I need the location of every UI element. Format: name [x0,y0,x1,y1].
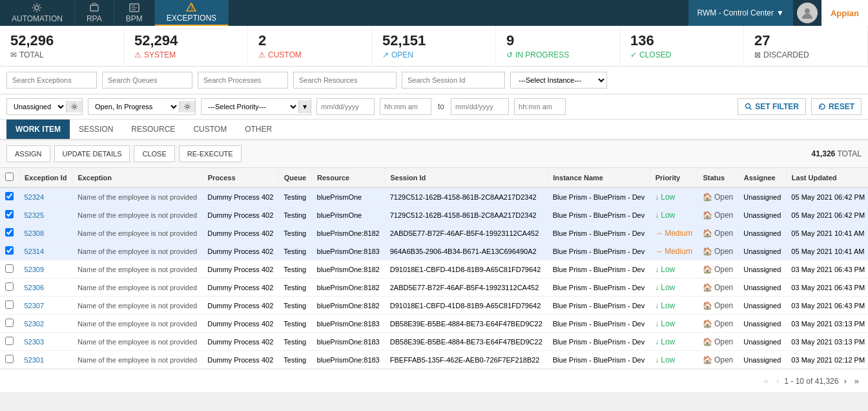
priority-label: Low [661,265,675,274]
close-button[interactable]: CLOSE [134,145,174,162]
status-gear-btn[interactable] [179,101,195,112]
update-details-button[interactable]: UPDATE DETAILS [54,145,130,162]
row-checkbox[interactable] [5,192,14,200]
row-checkbox[interactable] [5,282,14,291]
row-checkbox[interactable] [5,319,14,327]
row-checkbox[interactable] [5,228,14,237]
last-page-button[interactable]: » [852,375,862,387]
status-label: Open [714,193,733,202]
time-from-input[interactable] [380,98,431,115]
tab-work-item[interactable]: WORK ITEM [6,120,70,139]
row-checkbox-cell[interactable] [0,206,19,224]
exception-id-cell[interactable]: 52302 [19,315,72,333]
queue-cell: Testing [278,187,311,206]
status-dropdown[interactable]: Open, In Progress [88,99,179,114]
updated-cell: 05 May 2021 06:42 PM [786,206,868,224]
status-label: Open [714,247,733,256]
nav-rpa[interactable]: RPA [75,0,114,26]
search-session-input[interactable] [402,72,505,89]
svg-point-8 [746,104,750,109]
process-cell: Dummy Process 402 [202,224,278,242]
tab-session[interactable]: SESSION [70,120,122,139]
first-page-button[interactable]: « [761,375,771,387]
status-cell: 🏠 Open [698,187,738,206]
priority-icon: → [655,229,663,238]
assignment-dropdown[interactable]: Unassigned [7,99,66,114]
select-all-header[interactable] [0,168,19,187]
row-checkbox-cell[interactable] [0,224,19,242]
date-from-input[interactable] [316,98,375,115]
reset-button[interactable]: RESET [811,98,862,115]
priority-cell: → Medium [650,242,698,260]
tab-resource[interactable]: RESOURCE [122,120,184,139]
priority-cell: ↓ Low [650,279,698,297]
stat-total: 52,296 ✉ TOTAL [0,26,124,66]
time-to-input[interactable] [514,98,566,115]
priority-dropdown[interactable]: ---Select Priority--- [202,99,298,114]
row-checkbox-cell[interactable] [0,315,19,333]
row-checkbox-cell[interactable] [0,242,19,260]
instance-cell: Blue Prism - BluePrism - Dev [548,242,650,260]
prev-page-button[interactable]: ‹ [774,375,781,387]
control-center[interactable]: RWM - Control Center ▼ [688,0,793,26]
tab-other[interactable]: OTHER [236,120,281,139]
nav-bpm[interactable]: BPM [114,0,155,26]
instance-cell: Blue Prism - BluePrism - Dev [548,297,650,315]
search-queues-input[interactable] [102,72,192,89]
row-checkbox[interactable] [5,355,14,363]
assignee-cell: Unassigned [738,224,786,242]
col-queue: Queue [278,168,311,187]
table-row: 52303 Name of the employee is not provid… [0,333,868,351]
exception-id-cell[interactable]: 52303 [19,333,72,351]
priority-label: Low [661,355,675,364]
pagination-info: 1 - 10 of 41,326 [784,377,838,386]
priority-label: Low [661,211,675,220]
select-all-checkbox[interactable] [5,173,14,181]
tab-custom[interactable]: CUSTOM [184,120,236,139]
assignee-cell: Unassigned [738,187,786,206]
row-checkbox-cell[interactable] [0,187,19,206]
row-checkbox[interactable] [5,300,14,309]
date-to-input[interactable] [451,98,509,115]
assignment-gear-btn[interactable] [66,101,82,112]
updated-cell: 03 May 2021 06:43 PM [786,260,868,279]
exception-id-cell[interactable]: 52325 [19,206,72,224]
row-checkbox[interactable] [5,210,14,218]
row-checkbox-cell[interactable] [0,297,19,315]
exception-desc-cell: Name of the employee is not provided [72,242,202,260]
assign-button[interactable]: ASSIGN [6,145,50,162]
exception-desc-cell: Name of the employee is not provided [72,224,202,242]
exception-id-cell[interactable]: 52324 [19,187,72,206]
col-instance: Instance Name [548,168,650,187]
row-checkbox-cell[interactable] [0,351,19,369]
exception-id-cell[interactable]: 52301 [19,351,72,369]
row-checkbox-cell[interactable] [0,333,19,351]
col-process: Process [202,168,278,187]
row-checkbox[interactable] [5,246,14,255]
exception-id-cell[interactable]: 52306 [19,279,72,297]
select-instance-dropdown[interactable]: ---Select Instance--- [510,72,607,89]
row-checkbox-cell[interactable] [0,260,19,279]
row-checkbox-cell[interactable] [0,279,19,297]
updated-cell: 05 May 2021 06:42 PM [786,187,868,206]
user-avatar[interactable] [797,3,818,23]
row-checkbox[interactable] [5,337,14,345]
set-filter-button[interactable]: SET FILTER [738,98,806,115]
nav-exceptions[interactable]: ! EXCEPTIONS [155,0,229,26]
row-checkbox[interactable] [5,264,14,273]
search-processes-input[interactable] [198,72,288,89]
priority-dropdown-arrow[interactable]: ▾ [298,100,311,113]
exception-id-cell[interactable]: 52307 [19,297,72,315]
status-label: Open [714,337,733,346]
next-page-button[interactable]: › [841,375,849,387]
re-execute-button[interactable]: RE-EXECUTE [179,145,242,162]
status-icon: 🏠 [703,247,712,256]
exception-id-cell[interactable]: 52308 [19,224,72,242]
nav-automation[interactable]: AUTOMATION [0,0,75,26]
exception-id-cell[interactable]: 52309 [19,260,72,279]
exception-id-cell[interactable]: 52314 [19,242,72,260]
instance-cell: Blue Prism - BluePrism - Dev [548,279,650,297]
search-resources-input[interactable] [293,72,397,89]
top-nav: AUTOMATION RPA BPM ! EXCEPTIONS RWM - Co… [0,0,868,26]
search-exceptions-input[interactable] [6,72,97,89]
